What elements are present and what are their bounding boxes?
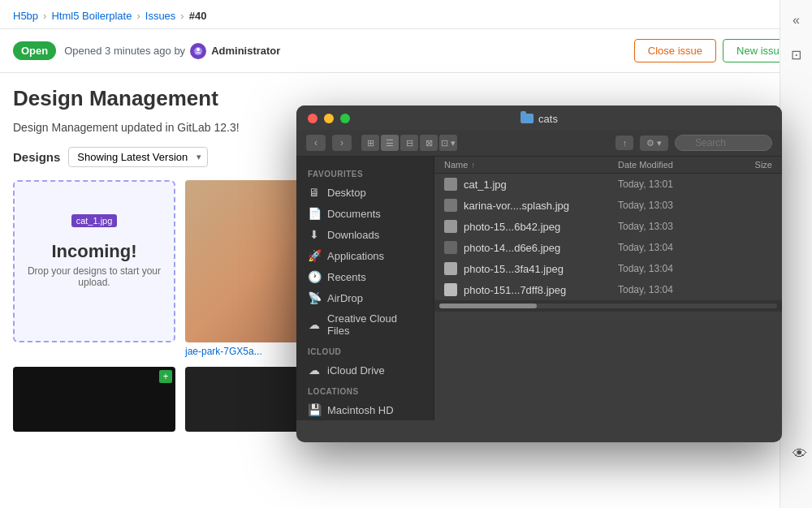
- sidebar-item-macintosh-hd[interactable]: 💾 Macintosh HD: [296, 399, 434, 420]
- file-date-3: Today, 13:04: [618, 242, 723, 253]
- file-date-2: Today, 13:03: [618, 221, 723, 232]
- view-column[interactable]: ⊟: [400, 135, 418, 151]
- file-thumb-0: [444, 178, 457, 191]
- file-thumb-1: [444, 199, 457, 212]
- sidebar-item-airdrop[interactable]: 📡 AirDrop: [296, 287, 434, 308]
- sidebar-item-icloud-drive[interactable]: ☁ iCloud Drive: [296, 359, 434, 381]
- sidebar-item-downloads[interactable]: ⬇ Downloads: [296, 224, 434, 245]
- view-buttons: ⊞ ☰ ⊟ ⊠ ⊡ ▾: [361, 135, 457, 151]
- file-date-5: Today, 13:04: [618, 284, 723, 295]
- eye-icon[interactable]: 👁: [793, 446, 807, 463]
- sidebar-item-documents[interactable]: 📄 Documents: [296, 203, 434, 224]
- finder-title-text: cats: [538, 113, 558, 125]
- sidebar-label-documents: Documents: [327, 208, 381, 220]
- right-sidebar: « ⊡: [780, 0, 812, 508]
- desktop-icon: 🖥: [308, 186, 321, 199]
- creative-cloud-icon: ☁: [308, 318, 321, 331]
- col-size-header[interactable]: Size: [723, 160, 772, 170]
- issue-actions: Close issue New issue: [634, 39, 799, 62]
- forward-button[interactable]: ›: [332, 135, 352, 151]
- file-row-4[interactable]: photo-15...3fa41.jpeg Today, 13:04: [434, 258, 782, 279]
- author-name: Administrator: [211, 45, 280, 57]
- breadcrumb-current: #40: [189, 10, 207, 22]
- incoming-subtitle: Drop your designs to start your upload.: [15, 265, 174, 288]
- action-button[interactable]: ⚙ ▾: [640, 136, 668, 151]
- sort-arrow: ↑: [471, 161, 475, 170]
- sidebar-item-desktop[interactable]: 🖥 Desktop: [296, 182, 434, 203]
- sidebar-label-recents: Recents: [327, 271, 366, 283]
- icloud-drive-icon: ☁: [308, 364, 321, 377]
- sep3: ›: [180, 10, 184, 22]
- file-thumb-4: [444, 262, 457, 275]
- open-badge: Open: [13, 41, 56, 60]
- designs-label: Designs: [13, 150, 60, 164]
- version-select[interactable]: Showing Latest Version: [68, 147, 208, 167]
- sidebar-label-applications: Applications: [327, 250, 384, 262]
- finder-scrollbar[interactable]: [434, 300, 782, 312]
- breadcrumb-boilerplate[interactable]: Html5 Boilerplate: [51, 10, 132, 22]
- file-row-1[interactable]: karina-vor....splash.jpg Today, 13:03: [434, 195, 782, 216]
- expand-icon[interactable]: ⊡: [791, 47, 801, 62]
- finder-titlebar: cats: [296, 105, 782, 130]
- file-name-3: photo-14...d6e6.jpeg: [464, 242, 618, 254]
- svg-point-1: [197, 48, 200, 51]
- sidebar-label-airdrop: AirDrop: [327, 292, 363, 304]
- folder-icon: [520, 114, 533, 123]
- finder-filelist: Name ↑ Date Modified Size cat_1.jpg Toda…: [434, 157, 782, 420]
- sep1: ›: [43, 10, 46, 22]
- sep2: ›: [136, 10, 140, 22]
- recents-icon: 🕐: [308, 270, 321, 283]
- file-thumb-5: [444, 283, 457, 296]
- upload-card[interactable]: cat_1.jpg Incoming! Drop your designs to…: [13, 180, 175, 342]
- finder-window: cats ‹ › ⊞ ☰ ⊟ ⊠ ⊡ ▾ ↑ ⚙ ▾ 🔍 Favourites …: [296, 105, 782, 442]
- view-gallery[interactable]: ⊡ ▾: [439, 135, 457, 151]
- view-list[interactable]: ☰: [381, 135, 399, 151]
- file-row-2[interactable]: photo-15...6b42.jpeg Today, 13:03: [434, 216, 782, 237]
- sidebar-item-creative-cloud[interactable]: ☁ Creative Cloud Files: [296, 308, 434, 341]
- share-button[interactable]: ↑: [615, 136, 633, 150]
- view-icon[interactable]: ⊞: [361, 135, 379, 151]
- close-issue-button[interactable]: Close issue: [634, 39, 716, 62]
- sidebar-item-recents[interactable]: 🕐 Recents: [296, 266, 434, 287]
- issue-status-left: Open Opened 3 minutes ago by Administrat…: [13, 41, 280, 60]
- file-thumb-2: [444, 220, 457, 233]
- sidebar-label-creative-cloud: Creative Cloud Files: [327, 312, 422, 337]
- sidebar-label-macintosh-hd: Macintosh HD: [327, 404, 394, 416]
- issue-meta: Opened 3 minutes ago by Administrator: [64, 43, 280, 59]
- col-name-header[interactable]: Name ↑: [444, 160, 618, 170]
- col-date-header[interactable]: Date Modified: [618, 160, 723, 170]
- opened-text: Opened 3 minutes ago by: [64, 45, 185, 57]
- file-row-3[interactable]: photo-14...d6e6.jpeg Today, 13:04: [434, 237, 782, 258]
- view-cover[interactable]: ⊠: [420, 135, 438, 151]
- incoming-file-tag: cat_1.jpg: [71, 214, 118, 227]
- file-date-0: Today, 13:01: [618, 179, 723, 190]
- finder-title: cats: [520, 113, 558, 125]
- finder-sidebar: Favourites 🖥 Desktop 📄 Documents ⬇ Downl…: [296, 157, 434, 420]
- downloads-icon: ⬇: [308, 228, 321, 241]
- traffic-close[interactable]: [308, 114, 317, 123]
- locations-label: Locations: [296, 381, 434, 399]
- scrollbar-thumb[interactable]: [439, 304, 537, 308]
- breadcrumb-issues[interactable]: Issues: [145, 10, 176, 22]
- back-button[interactable]: ‹: [306, 135, 326, 151]
- file-name-5: photo-151...7dff8.jpeg: [464, 284, 618, 296]
- search-input[interactable]: [675, 135, 772, 151]
- add-design-2[interactable]: +: [159, 370, 172, 383]
- file-name-0: cat_1.jpg: [464, 179, 618, 191]
- issue-header: Open Opened 3 minutes ago by Administrat…: [0, 29, 812, 73]
- airdrop-icon: 📡: [308, 291, 321, 304]
- file-name-1: karina-vor....splash.jpg: [464, 200, 618, 212]
- design-thumb-1: +: [13, 367, 175, 432]
- collapse-icon[interactable]: «: [793, 13, 800, 28]
- file-row-0[interactable]: cat_1.jpg Today, 13:01: [434, 174, 782, 195]
- file-name-2: photo-15...6b42.jpeg: [464, 221, 618, 233]
- documents-icon: 📄: [308, 207, 321, 220]
- traffic-maximize[interactable]: [340, 114, 350, 123]
- traffic-minimize[interactable]: [324, 114, 334, 123]
- finder-toolbar: ‹ › ⊞ ☰ ⊟ ⊠ ⊡ ▾ ↑ ⚙ ▾ 🔍: [296, 130, 782, 157]
- macintosh-hd-icon: 💾: [308, 403, 321, 416]
- file-row-5[interactable]: photo-151...7dff8.jpeg Today, 13:04: [434, 279, 782, 300]
- file-list-header: Name ↑ Date Modified Size: [434, 157, 782, 174]
- sidebar-item-applications[interactable]: 🚀 Applications: [296, 245, 434, 266]
- breadcrumb-h5bp[interactable]: H5bp: [13, 10, 38, 22]
